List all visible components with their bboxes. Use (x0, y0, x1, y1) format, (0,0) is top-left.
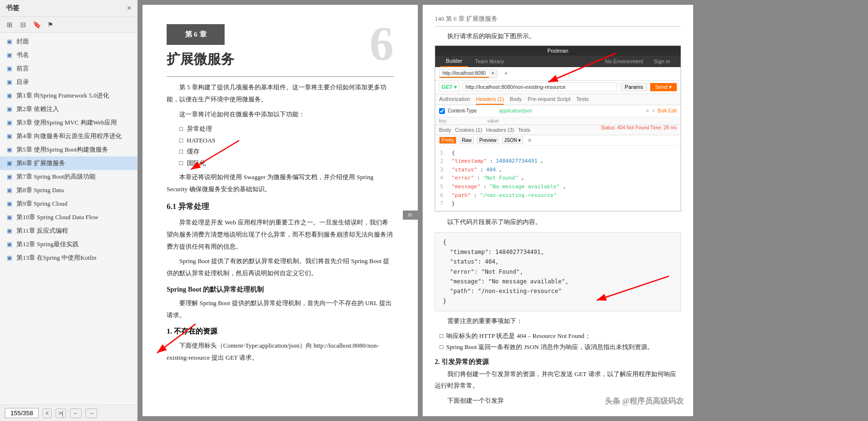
bookmark-page-icon: ▣ (7, 241, 14, 248)
bookmark-page-icon: ▣ (7, 38, 14, 45)
code-line-7: 7 } (440, 199, 676, 208)
bookmark-label: 第8章 Spring Data (16, 186, 64, 195)
format-wrap-icon[interactable]: ≡ (528, 137, 531, 143)
step-1-title: 1. 不存在的资源 (167, 325, 394, 338)
bookmark-icon[interactable]: 🔖 (32, 20, 42, 29)
bookmark-item-ch13[interactable]: ▣第13章 在Spring 中使用Kotlin (0, 251, 137, 265)
bookmark-item-ch4[interactable]: ▣第4章 向微服务和云原生应用程序进化 (0, 129, 137, 143)
response-tab-cookies[interactable]: Cookies (1) (455, 125, 482, 135)
sub-tab-tests[interactable]: Tests (576, 94, 589, 105)
bookmark-item-ch9[interactable]: ▣第9章 Spring Cloud (0, 197, 137, 210)
panel-title: 书签 (6, 4, 19, 13)
bookmark-label: 第9章 Spring Cloud (16, 199, 67, 208)
code-line-3: 3 "status": 404, (440, 166, 676, 174)
url-tab-active[interactable]: http://localhost:8080 (440, 70, 489, 78)
method-select[interactable]: GET ▾ (439, 83, 459, 92)
sub-tab-pre-request[interactable]: Pre-request Script (527, 94, 570, 105)
section-2-body-2: 下面创建一个引发异 (435, 395, 681, 407)
bookmark-label: 书名 (16, 51, 29, 59)
bookmark-page-icon: ▣ (7, 119, 14, 126)
section-6-1-body-2: Spring Boot 提供了有效的默认异常处理机制。我们将首先介绍 Sprin… (167, 255, 394, 279)
send-button[interactable]: Send ▾ (650, 83, 677, 91)
response-tab-body[interactable]: Body (439, 125, 451, 135)
bookmark-item-ch3[interactable]: ▣第3章 使用Spring MVC 构建Web应用 (0, 116, 137, 129)
bookmark-page-icon: ▣ (7, 106, 14, 113)
postman-tab-builder[interactable]: Builder (440, 56, 468, 67)
feature-item-1: □ 异常处理 (179, 123, 394, 134)
forward-button[interactable]: → (85, 408, 97, 418)
header-key: Content-Type (448, 108, 496, 113)
sub-tab-body[interactable]: Body (510, 94, 522, 105)
bookmark-item-ch8[interactable]: ▣第8章 Spring Data (0, 183, 137, 197)
page-input[interactable] (5, 408, 39, 418)
response-tab-tests-r[interactable]: Tests (518, 125, 530, 135)
flag-icon[interactable]: ⚑ (45, 20, 55, 29)
bookmark-item-ch2[interactable]: ▣第2章 依赖注入 (0, 102, 137, 116)
section-6-1-title: 6.1 异常处理 (167, 200, 394, 214)
note-item-1: □ 响应标头的 HTTP 状态是 404 – Resource Not Foun… (440, 330, 681, 341)
header-checkbox[interactable] (439, 108, 445, 114)
sub-tab-headers[interactable]: Headers (1) (476, 94, 504, 105)
bookmark-label: 第2章 依赖注入 (16, 105, 59, 113)
header-delete-icon[interactable]: × (652, 108, 655, 113)
feature-list: □ 异常处理 □ HATEOAS □ 缓存 □ 国际化 (179, 123, 394, 168)
header-val: application/json (499, 108, 643, 113)
chapter-header: 第 6 章 扩展微服务 6 (167, 24, 394, 71)
kv-labels: key value (435, 117, 681, 125)
format-json-button[interactable]: JSON ▾ (502, 137, 523, 144)
prev-page-button[interactable]: < (43, 408, 52, 418)
note-item-2: □ Spring Boot 返回一条有效的 JSON 消息作为响应，该消息指出未… (440, 341, 681, 352)
bookmark-item-ch7[interactable]: ▣第7章 Spring Boot的高级功能 (0, 170, 137, 183)
request-url[interactable]: http://localhost:8080/non-existing-resou… (462, 83, 618, 91)
bookmark-page-icon: ▣ (7, 160, 14, 167)
postman-signin[interactable]: Sign in (648, 56, 676, 67)
back-button[interactable]: ← (70, 408, 82, 418)
postman-tab-team[interactable]: Team library (469, 56, 510, 67)
postman-tabs-bar: Builder Team library No Environment Sign… (435, 56, 681, 67)
bulk-edit-button[interactable]: Bulk Edit (658, 108, 677, 113)
last-page-button[interactable]: >| (56, 408, 66, 418)
bookmark-item-ch1[interactable]: ▣第1章 向Spring Framework 5.0进化 (0, 89, 137, 102)
bookmark-item-toc[interactable]: ▣目录 (0, 75, 137, 89)
close-button[interactable]: × (127, 4, 131, 13)
panel-header: 书签 × (0, 0, 137, 17)
code-block-label: 以下代码片段展示了响应的内容。 (435, 216, 681, 228)
url-tab-close[interactable]: × (489, 70, 498, 78)
code-line-5: 5 "message": "No message available", (440, 182, 676, 191)
format-raw-button[interactable]: Raw (459, 137, 474, 144)
pdf-page: 第 6 章 扩展微服务 6 第 5 章构建了提供几项服务的基本组件。这一章将主要… (142, 5, 418, 416)
url-tab-add-button[interactable]: + (501, 69, 511, 78)
outline-icon[interactable]: ⊞ (5, 20, 14, 29)
bookmark-item-ch5[interactable]: ▣第5章 使用Spring Boot构建微服务 (0, 143, 137, 156)
bookmark-item-preface[interactable]: ▣前言 (0, 62, 137, 75)
kv-key-label: key (439, 118, 487, 124)
bookmark-item-ch12[interactable]: ▣第12章 Spring最佳实践 (0, 238, 137, 251)
format-pretty-button[interactable]: Pretty (439, 137, 456, 144)
bookmark-item-cover[interactable]: ▣封面 (0, 35, 137, 48)
response-status: Status: 404 Not Found Time: 28 ms (601, 125, 677, 135)
bookmark-label: 第6章 扩展微服务 (16, 159, 65, 168)
bookmark-label: 第1章 向Spring Framework 5.0进化 (16, 91, 109, 100)
code-line-6: 6 "path": "/non-existing-resource" (440, 191, 676, 200)
bookmark-item-ch11[interactable]: ▣第11章 反应式编程 (0, 224, 137, 238)
bookmark-page-icon: ▣ (7, 133, 14, 140)
important-note: 需要注意的重要事项如下： (435, 315, 681, 327)
format-preview-button[interactable]: Preview (477, 137, 499, 144)
bookmark-item-ch6[interactable]: ▣第6章 扩展微服务 (0, 156, 137, 170)
bookmark-item-title[interactable]: ▣书名 (0, 48, 137, 62)
bookmark-label: 第11章 反应式编程 (16, 226, 68, 235)
header-remove-icon[interactable]: ≡ (646, 108, 649, 113)
chapter-box: 第 6 章 (167, 24, 225, 45)
postman-screenshot: Postman Builder Team library No Environm… (435, 45, 681, 211)
response-tab-headers-r[interactable]: Headers (3) (486, 125, 514, 135)
sub-tab-auth[interactable]: Authorization (439, 94, 470, 105)
intro-text-2: 这一章将讨论如何在微服务中添加以下功能： (167, 109, 394, 121)
response-format-bar: Pretty Raw Preview JSON ▾ ≡ (435, 135, 681, 146)
panel-toolbar: ⊞ ⊟ 🔖 ⚑ (0, 17, 137, 33)
params-button[interactable]: Params (620, 83, 647, 91)
bookmark-add-icon[interactable]: ⊟ (18, 20, 28, 29)
bookmark-item-ch10[interactable]: ▣第10章 Spring Cloud Data Flow (0, 210, 137, 224)
postman-sub-tabs: Authorization Headers (1) Body Pre-reque… (435, 94, 681, 105)
feature-item-4: □ 国际化 (179, 157, 394, 168)
bookmark-page-icon: ▣ (7, 173, 14, 181)
